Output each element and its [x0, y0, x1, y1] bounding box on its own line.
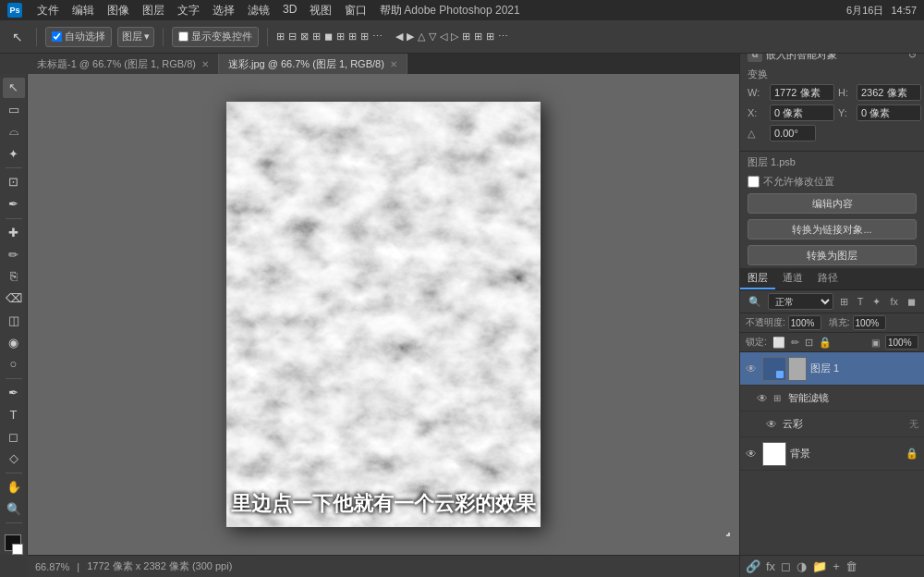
menu-3d[interactable]: 3D	[283, 3, 297, 18]
add-layer-icon[interactable]: +	[833, 559, 840, 573]
menu-bar: Ps 文件 编辑 图像 图层 文字 选择 滤镜 3D 视图 窗口 帮助 Adob…	[0, 0, 924, 20]
close-tab-1[interactable]: ✕	[390, 59, 397, 69]
fill-value-input[interactable]	[885, 335, 918, 350]
tool-hand[interactable]: ✋	[3, 477, 25, 497]
layers-icon-4[interactable]: fx	[887, 295, 901, 308]
tool-brush[interactable]: ✏	[3, 244, 25, 264]
convert-layer-button[interactable]: 转换为图层	[748, 245, 917, 265]
layer-1-name: 智能滤镜	[788, 391, 918, 405]
add-adjustment-icon[interactable]: ◑	[796, 559, 807, 573]
layer-2-name: 云彩	[783, 417, 906, 431]
opacity-input[interactable]	[788, 315, 821, 330]
tool-clone[interactable]: ⎘	[3, 266, 25, 287]
angle-input[interactable]	[770, 125, 816, 141]
layer-item-3[interactable]: 👁 背景 🔒	[740, 437, 924, 471]
layer-item-1[interactable]: 👁 ⊞ 智能滤镜	[740, 386, 924, 411]
lock-transparent-icon[interactable]: ⬜	[772, 337, 785, 349]
h-input[interactable]	[857, 84, 921, 101]
close-tab-0[interactable]: ✕	[201, 59, 209, 69]
background-color[interactable]	[12, 544, 23, 555]
lock-image-icon[interactable]: ✏	[791, 337, 799, 349]
right-panel: 颜色 属性 调整 字符 段落 ⧉ 嵌入的智能对象 ↺ 变换 W: H: X: Y…	[739, 20, 924, 577]
menu-edit[interactable]: 编辑	[72, 3, 94, 18]
tool-shape[interactable]: ◇	[3, 448, 25, 469]
tool-sep-5	[6, 522, 22, 523]
tool-magic-wand[interactable]: ✦	[3, 143, 25, 164]
fill-input[interactable]	[853, 315, 886, 330]
show-transform-checkbox[interactable]: 显示变换控件	[172, 27, 259, 47]
tool-zoom[interactable]: 🔍	[3, 498, 25, 519]
layers-bottom: 🔗 fx ◻ ◑ 📁 + 🗑	[740, 555, 924, 577]
add-link-icon[interactable]: 🔗	[746, 559, 760, 573]
layers-tabs: 图层 通道 路径	[740, 268, 924, 290]
tab-0[interactable]: 未标题-1 @ 66.7% (图层 1, RGB/8) ✕	[28, 54, 219, 74]
tool-dodge[interactable]: ○	[3, 354, 25, 374]
layer-2-visibility-icon[interactable]: 👁	[766, 418, 779, 431]
menu-filter[interactable]: 滤镜	[248, 3, 270, 18]
lock-artboard-icon[interactable]: ⊡	[805, 337, 813, 349]
menu-help[interactable]: 帮助	[380, 3, 402, 18]
layer-3-lock-icon: 🔒	[906, 448, 918, 460]
layer-dropdown[interactable]: 图层 ▾	[117, 27, 154, 47]
system-status: 6月16日 14:57	[846, 4, 917, 18]
menu-file[interactable]: 文件	[37, 3, 59, 18]
tool-gradient[interactable]: ◫	[3, 310, 25, 330]
x-input[interactable]	[770, 104, 834, 121]
system-time: 14:57	[891, 5, 917, 16]
smart-filter-icon: ⊞	[773, 393, 781, 403]
menu-image[interactable]: 图像	[107, 3, 129, 18]
layers-options-icon[interactable]: ⊞	[837, 295, 851, 309]
layer-item-0[interactable]: 👁 图层 1	[740, 352, 924, 386]
move-tool-icon[interactable]: ↖	[7, 27, 28, 47]
lock-all-icon[interactable]: 🔒	[819, 337, 832, 349]
tool-blur[interactable]: ◉	[3, 332, 25, 352]
auto-select-checkbox[interactable]: 自动选择	[45, 27, 112, 47]
layer-1-visibility-icon[interactable]: 👁	[757, 392, 770, 405]
convert-linked-button[interactable]: 转换为链接对象...	[748, 219, 917, 239]
layers-tab-paths[interactable]: 路径	[810, 268, 845, 289]
menu-view[interactable]: 视图	[310, 3, 332, 18]
layers-icon-3[interactable]: ✦	[869, 295, 883, 309]
angle-row: △	[748, 125, 917, 141]
layers-icon-2[interactable]: T	[855, 295, 867, 308]
tool-pen[interactable]: ✒	[3, 383, 25, 403]
layers-icon-5[interactable]: ◼	[905, 295, 918, 309]
tool-crop[interactable]: ⊡	[3, 172, 25, 192]
no-move-checkbox[interactable]	[748, 176, 760, 188]
no-move-label: 不允许修改位置	[763, 175, 834, 189]
add-folder-icon[interactable]: 📁	[812, 559, 827, 573]
layer-item-2[interactable]: 👁 云彩 无	[740, 411, 924, 437]
fill-icon: ▣	[871, 338, 880, 348]
psb-filename: 图层 1.psb	[740, 152, 924, 173]
delete-layer-icon[interactable]: 🗑	[845, 559, 857, 573]
w-input[interactable]	[770, 84, 834, 101]
lock-row: 锁定: ⬜ ✏ ⊡ 🔒 ▣	[740, 333, 924, 352]
menu-text[interactable]: 文字	[177, 3, 200, 18]
menu-items: 文件 编辑 图像 图层 文字 选择 滤镜 3D 视图 窗口 帮助	[37, 3, 402, 18]
add-fx-icon[interactable]: fx	[766, 559, 775, 573]
layers-tab-channels[interactable]: 通道	[775, 268, 810, 289]
layers-tab-layers[interactable]: 图层	[740, 268, 775, 289]
tool-text[interactable]: T	[3, 404, 25, 424]
cloud-texture	[226, 102, 541, 527]
layers-search-icon[interactable]: 🔍	[746, 295, 764, 309]
add-mask-icon[interactable]: ◻	[781, 559, 791, 573]
edit-content-button[interactable]: 编辑内容	[748, 193, 917, 214]
blend-mode-select[interactable]: 正常	[768, 293, 833, 310]
tool-path[interactable]: ◻	[3, 426, 25, 447]
opacity-row: 不透明度:	[746, 315, 821, 330]
layer-3-visibility-icon[interactable]: 👁	[746, 448, 759, 460]
menu-select[interactable]: 选择	[213, 3, 235, 18]
opacity-label: 不透明度:	[746, 316, 785, 329]
menu-window[interactable]: 窗口	[345, 3, 367, 18]
menu-layer[interactable]: 图层	[142, 3, 164, 18]
tool-eyedropper[interactable]: ✒	[3, 194, 25, 215]
tool-healing[interactable]: ✚	[3, 222, 25, 242]
tool-lasso[interactable]: ⌓	[3, 122, 25, 142]
tab-1[interactable]: 迷彩.jpg @ 66.7% (图层 1, RGB/8) ✕	[219, 54, 407, 74]
layer-0-visibility-icon[interactable]: 👁	[746, 362, 759, 375]
tool-marquee[interactable]: ▭	[3, 100, 25, 120]
tool-eraser[interactable]: ⌫	[3, 288, 25, 309]
tool-move[interactable]: ↖	[3, 78, 25, 98]
y-input[interactable]	[857, 104, 921, 121]
